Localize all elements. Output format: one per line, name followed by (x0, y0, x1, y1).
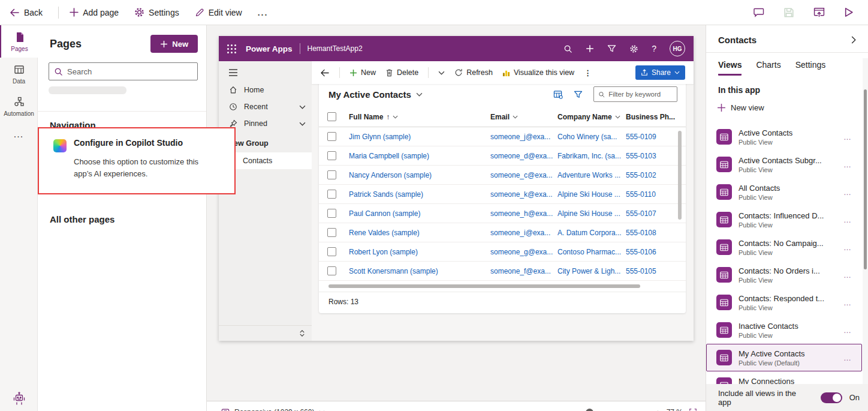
view-list-item[interactable]: Active Contacts Subgr... Public View … (706, 151, 862, 178)
nav-collapse-control[interactable] (219, 325, 312, 341)
cell-company[interactable]: City Power & Ligh... (557, 267, 626, 275)
cell-phone[interactable]: 555-0109 (626, 133, 676, 141)
cell-company[interactable]: Contoso Pharmac... (557, 248, 626, 256)
app-help-icon[interactable]: ? (652, 44, 656, 53)
view-more-button[interactable]: … (843, 133, 855, 142)
app-filter-icon[interactable] (607, 44, 616, 53)
collapse-panel-icon[interactable] (851, 36, 856, 44)
view-more-button[interactable]: … (843, 326, 855, 335)
column-header-full-name[interactable]: Full Name ↑ (349, 113, 490, 121)
table-row[interactable]: Patrick Sands (sample) someone_k@exa... … (319, 185, 686, 204)
app-add-icon[interactable] (586, 44, 594, 53)
keyword-filter-input[interactable] (608, 91, 673, 98)
view-more-button[interactable]: … (843, 160, 855, 169)
cell-full-name[interactable]: Nancy Anderson (sample) (349, 171, 490, 179)
play-icon[interactable] (844, 7, 854, 17)
row-checkbox[interactable] (327, 247, 336, 256)
table-row[interactable]: Scott Konersmann (sample) someone_f@exa.… (319, 262, 686, 281)
waffle-menu-icon[interactable] (227, 44, 236, 53)
delete-button[interactable]: Delete (385, 68, 418, 77)
pages-search-box[interactable] (49, 62, 198, 80)
cell-email[interactable]: someone_h@exa... (490, 209, 557, 218)
new-record-button[interactable]: New (349, 68, 376, 77)
view-list-item[interactable]: Contacts: Responded t... Public View … (706, 289, 862, 316)
table-row[interactable]: Nancy Anderson (sample) someone_c@exa...… (319, 166, 686, 185)
cell-phone[interactable]: 555-0108 (626, 229, 676, 237)
cell-phone[interactable]: 555-0103 (626, 152, 676, 160)
cell-phone[interactable]: 555-0105 (626, 267, 676, 275)
table-row[interactable]: Maria Campbell (sample) someone_d@exa...… (319, 146, 686, 166)
avatar[interactable]: HG (670, 41, 685, 56)
cell-full-name[interactable]: Maria Campbell (sample) (349, 152, 490, 160)
view-list-item[interactable]: Active Contacts Public View … (706, 123, 862, 151)
view-more-button[interactable]: … (843, 188, 855, 197)
zoom-in-button[interactable]: + (655, 407, 661, 411)
cell-company[interactable]: Alpine Ski House ... (557, 209, 626, 218)
row-checkbox[interactable] (327, 132, 336, 141)
row-checkbox[interactable] (327, 209, 336, 218)
zoom-slider-thumb[interactable] (586, 409, 593, 411)
cell-company[interactable]: Coho Winery (sa... (557, 133, 626, 141)
view-list-item[interactable]: Inactive Contacts Public View … (706, 316, 862, 344)
horizontal-scrollbar[interactable] (328, 284, 640, 288)
column-header-email[interactable]: Email (490, 113, 557, 121)
cell-company[interactable]: Adventure Works ... (557, 171, 626, 179)
tab-views[interactable]: Views (718, 60, 742, 76)
row-checkbox[interactable] (327, 151, 336, 160)
device-size-label[interactable]: Responsive (1029 x 660) (234, 408, 314, 411)
cell-email[interactable]: someone_d@exa... (490, 152, 557, 160)
view-title-dropdown[interactable]: My Active Contacts (328, 89, 423, 100)
cell-company[interactable]: Alpine Ski House ... (557, 190, 626, 199)
back-button[interactable]: Back (10, 8, 43, 17)
view-more-button[interactable]: … (843, 215, 855, 224)
cell-phone[interactable]: 555-0107 (626, 209, 676, 218)
table-row[interactable]: Robert Lyon (sample) someone_g@exa... Co… (319, 242, 686, 262)
cell-phone[interactable]: 555-0102 (626, 171, 676, 179)
comments-icon[interactable] (753, 7, 764, 17)
cell-company[interactable]: Fabrikam, Inc. (sa... (557, 152, 626, 160)
tab-settings[interactable]: Settings (795, 60, 826, 76)
cell-email[interactable]: someone_j@exa... (490, 133, 557, 141)
app-search-icon[interactable] (563, 44, 572, 53)
row-checkbox[interactable] (327, 266, 336, 275)
view-more-button[interactable]: … (843, 271, 855, 280)
cell-phone[interactable]: 555-0106 (626, 248, 676, 256)
column-header-company[interactable]: Company Name (557, 113, 626, 121)
view-list-item[interactable]: My Active Contacts Public View (Default)… (706, 344, 862, 371)
command-chevron[interactable] (438, 71, 445, 75)
rail-item-automation[interactable]: Automation (0, 90, 38, 122)
cell-full-name[interactable]: Robert Lyon (sample) (349, 248, 490, 256)
publish-icon[interactable] (813, 7, 825, 17)
pages-search-input[interactable] (67, 67, 192, 76)
tab-charts[interactable]: Charts (756, 60, 780, 76)
cell-email[interactable]: someone_c@exa... (490, 171, 557, 179)
rail-more-button[interactable]: ... (0, 122, 37, 146)
view-list-item[interactable]: All Contacts Public View … (706, 178, 862, 206)
cell-email[interactable]: someone_k@exa... (490, 190, 557, 199)
view-list-item[interactable]: Contacts: No Orders i... Public View … (706, 261, 862, 289)
nav-item-recent[interactable]: Recent (219, 98, 312, 115)
keyword-filter-box[interactable] (593, 86, 677, 102)
include-all-views-toggle[interactable] (821, 392, 842, 403)
panel-scrollbar-track[interactable] (863, 58, 868, 384)
table-row[interactable]: Rene Valdes (sample) someone_i@exa... A.… (319, 223, 686, 242)
view-list-item[interactable]: Contacts: Influenced D... Public View … (706, 206, 862, 233)
edit-view-button[interactable]: Edit view (195, 8, 242, 17)
cell-full-name[interactable]: Jim Glynn (sample) (349, 133, 490, 141)
toolbar-overflow-button[interactable]: ... (258, 8, 269, 17)
row-checkbox[interactable] (327, 170, 336, 179)
zoom-out-button[interactable]: − (566, 407, 571, 411)
table-row[interactable]: Jim Glynn (sample) someone_j@exa... Coho… (319, 127, 686, 146)
table-row[interactable]: Paul Cannon (sample) someone_h@exa... Al… (319, 204, 686, 223)
copilot-studio-callout[interactable]: Configure in Copilot Studio Choose this … (38, 127, 236, 194)
cell-email[interactable]: someone_f@exa... (490, 267, 557, 275)
settings-button[interactable]: Settings (134, 7, 179, 17)
edit-columns-icon[interactable] (553, 90, 563, 99)
row-checkbox[interactable] (327, 228, 336, 237)
cell-phone[interactable]: 555-0110 (626, 190, 676, 199)
cell-email[interactable]: someone_g@exa... (490, 248, 557, 256)
command-overflow[interactable]: ⋮ (584, 68, 592, 77)
vertical-scrollbar[interactable] (678, 131, 682, 220)
nav-item-home[interactable]: Home (219, 82, 312, 98)
app-gear-icon[interactable] (629, 44, 638, 53)
